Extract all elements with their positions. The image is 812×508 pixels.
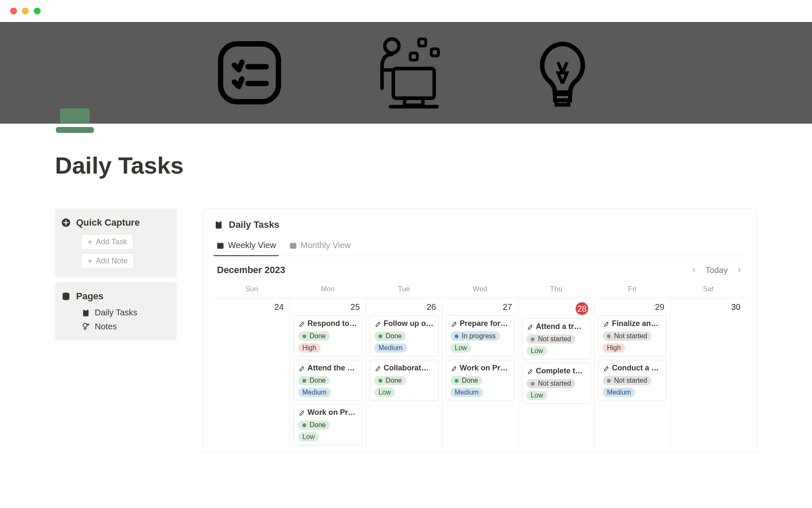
- status-badge: Done: [298, 376, 330, 385]
- svg-point-33: [531, 325, 532, 326]
- database-icon: [61, 291, 71, 301]
- task-card[interactable]: Complete t…Not startedLow: [522, 363, 591, 404]
- tab-weekly-view[interactable]: Weekly View: [214, 237, 279, 256]
- calendar-panel: Daily Tasks Weekly View: [203, 209, 757, 453]
- wrench-icon: [374, 365, 381, 372]
- svg-rect-4: [393, 69, 434, 98]
- svg-rect-0: [221, 44, 279, 102]
- task-title: Complete t…: [536, 367, 583, 375]
- month-label: December 2023: [217, 265, 285, 276]
- task-card[interactable]: Follow up o…DoneMedium: [370, 315, 439, 356]
- priority-badge: High: [298, 343, 321, 353]
- status-badge: Done: [298, 331, 330, 341]
- svg-point-32: [455, 367, 455, 367]
- quick-capture-heading: Quick Capture: [61, 217, 171, 228]
- svg-point-34: [531, 370, 532, 370]
- date-number: 26: [370, 301, 439, 315]
- status-badge: Not started: [603, 376, 651, 385]
- page-link-notes[interactable]: Notes: [81, 322, 171, 331]
- calendar-cell[interactable]: 27Prepare for…In progressLowWork on Pr…D…: [442, 298, 518, 452]
- task-card[interactable]: Finalize an…Not startedHigh: [598, 315, 667, 356]
- task-title: Attend the …: [307, 364, 355, 373]
- task-card[interactable]: Respond to…DoneHigh: [294, 315, 362, 356]
- task-card[interactable]: Work on Pr…DoneMedium: [446, 360, 515, 401]
- day-of-week-header: Tue: [366, 282, 442, 298]
- svg-rect-5: [405, 98, 423, 105]
- task-card[interactable]: Conduct a …Not startedMedium: [598, 360, 667, 401]
- status-badge: Not started: [527, 379, 575, 388]
- calendar-cell[interactable]: 25Respond to…DoneHighAttend the …DoneMed…: [290, 298, 366, 452]
- svg-point-3: [385, 39, 399, 53]
- page-link-daily-tasks[interactable]: Daily Tasks: [81, 308, 171, 318]
- calendar-cell[interactable]: 29Finalize an…Not startedHighConduct a ……: [594, 298, 670, 452]
- date-number: 30: [674, 301, 743, 315]
- calendar-toolbar: December 2023 Today: [214, 263, 746, 282]
- wrench-icon: [603, 320, 609, 327]
- svg-rect-14: [83, 309, 89, 316]
- status-badge: Not started: [603, 331, 651, 341]
- maximize-window-button[interactable]: [34, 8, 41, 14]
- pages-heading: Pages: [61, 291, 171, 302]
- task-title: Attend a tr…: [536, 322, 582, 331]
- svg-rect-23: [290, 243, 296, 248]
- day-of-week-header: Sun: [214, 282, 290, 298]
- page-icon[interactable]: [56, 108, 94, 136]
- task-card[interactable]: Prepare for…In progressLow: [446, 315, 515, 356]
- task-card[interactable]: Attend the …DoneMedium: [294, 360, 362, 401]
- add-note-label: Add Note: [96, 257, 128, 265]
- svg-point-30: [379, 367, 379, 367]
- today-button[interactable]: Today: [705, 265, 728, 275]
- wrench-icon: [527, 323, 533, 330]
- priority-badge: Low: [527, 391, 547, 400]
- svg-rect-15: [85, 309, 87, 310]
- day-of-week-header: Wed: [442, 282, 518, 298]
- checklist-icon: [211, 35, 288, 111]
- status-badge: Not started: [527, 334, 575, 344]
- add-note-button[interactable]: + Add Note: [81, 253, 134, 269]
- task-title: Follow up o…: [384, 319, 433, 328]
- task-title: Finalize an…: [612, 319, 658, 328]
- page-link-label: Notes: [95, 322, 117, 331]
- svg-point-31: [455, 322, 455, 323]
- svg-rect-9: [410, 53, 417, 60]
- database-title[interactable]: Daily Tasks: [214, 219, 746, 230]
- minimize-window-button[interactable]: [22, 8, 29, 14]
- quick-capture-label: Quick Capture: [76, 217, 140, 228]
- wrench-icon: [450, 320, 457, 327]
- task-card[interactable]: Attend a tr…Not startedLow: [522, 318, 591, 359]
- prev-week-button[interactable]: [690, 266, 698, 274]
- cover-image: [0, 22, 812, 124]
- task-title: Work on Pr…: [307, 408, 356, 417]
- priority-badge: Medium: [374, 343, 407, 353]
- task-title: Prepare for…: [460, 319, 508, 328]
- svg-rect-17: [216, 221, 222, 229]
- close-window-button[interactable]: [10, 8, 17, 14]
- calendar-cell[interactable]: 24: [214, 298, 290, 452]
- tab-monthly-view[interactable]: Monthly View: [286, 237, 354, 256]
- plus-circle-icon: [61, 218, 71, 228]
- svg-point-16: [83, 323, 87, 327]
- calendar-cell[interactable]: 26Follow up o…DoneMediumCollaborat…DoneL…: [366, 298, 442, 452]
- window-chrome: [0, 0, 812, 22]
- wrench-icon: [298, 320, 305, 327]
- plus-icon: +: [88, 257, 93, 265]
- calendar-cell[interactable]: 28Attend a tr…Not startedLowComplete t…N…: [518, 298, 594, 452]
- page-link-label: Daily Tasks: [95, 308, 137, 318]
- calendar-icon: [216, 241, 225, 250]
- pages-label: Pages: [76, 291, 104, 302]
- date-number: 29: [598, 301, 667, 315]
- task-card[interactable]: Work on Pr…DoneLow: [294, 404, 362, 445]
- priority-badge: Low: [298, 432, 319, 442]
- task-card[interactable]: Collaborat…DoneLow: [370, 360, 439, 401]
- add-task-button[interactable]: + Add Task: [81, 234, 133, 250]
- calendar-cell[interactable]: 30: [670, 298, 746, 452]
- svg-rect-8: [431, 49, 439, 56]
- task-title: Collaborat…: [384, 364, 429, 373]
- status-badge: Done: [374, 331, 406, 341]
- date-number: 24: [217, 301, 286, 315]
- page-title[interactable]: Daily Tasks: [55, 152, 757, 179]
- next-week-button[interactable]: [735, 266, 743, 274]
- wrench-icon: [527, 368, 533, 375]
- lightbulb-icon: [524, 35, 601, 111]
- day-of-week-header: Mon: [290, 282, 366, 298]
